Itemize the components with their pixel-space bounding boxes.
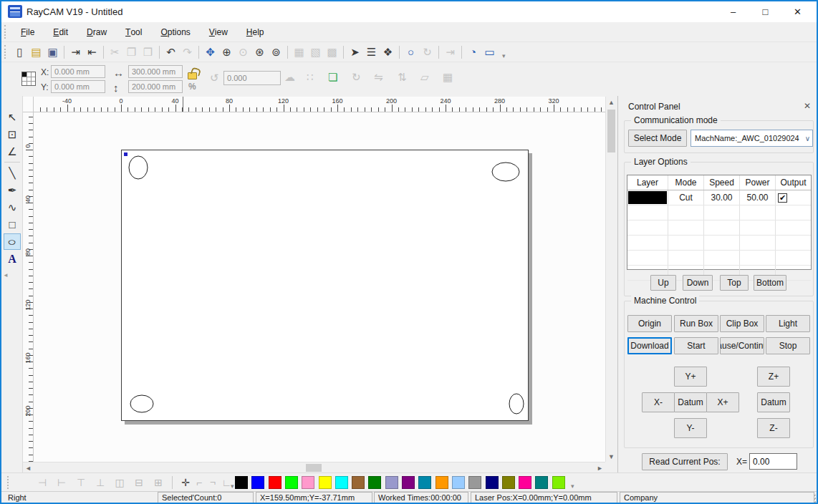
download-button[interactable]: Download [627,337,672,354]
scroll-down-icon[interactable]: ▼ [606,451,617,462]
palette-color-orange[interactable] [436,476,448,489]
palette-color-pink[interactable] [302,476,314,489]
column-header-output[interactable]: Output [776,175,811,190]
jog-x-plus-button[interactable]: X+ [706,392,739,412]
rectangle-tool[interactable]: □ [4,216,21,233]
menu-draw[interactable]: Draw [77,22,116,42]
palette-color-brown[interactable] [352,476,365,489]
top-button[interactable]: Top [720,275,749,291]
rotate-angle-field[interactable]: 0.000 [223,71,281,85]
run-box-button[interactable]: Run Box [674,315,718,332]
palette-color-dark-green[interactable] [368,476,381,489]
save-file-icon[interactable]: ▣ [44,44,61,60]
menu-tool[interactable]: Tool [116,22,151,42]
undo-icon[interactable]: ↶ [163,44,179,60]
layer-mode[interactable]: Cut [668,190,704,205]
palette-color-navy[interactable] [486,476,499,489]
toolbar-grip[interactable] [4,45,7,59]
zoom-all-icon[interactable]: ⊚ [268,44,284,60]
curve-node-icon[interactable]: ○ [403,44,419,60]
light-button[interactable]: Light [766,315,810,332]
layer-table[interactable]: LayerModeSpeedPowerOutputCut30.0050.00✔ [627,175,812,270]
layers-icon[interactable]: ❏ [328,71,337,84]
palette-color-cyan[interactable] [335,476,348,489]
down-button[interactable]: Down [683,275,713,291]
ellipse-top-right[interactable] [492,163,519,181]
palette-overflow-icon[interactable]: ▾ [571,483,574,490]
width-field[interactable]: 300.000 mm [128,65,183,78]
palette-color-deep-pink[interactable] [519,476,531,489]
jog-y-minus-button[interactable]: Y- [674,418,707,438]
export-icon[interactable]: ⇤ [84,44,100,60]
polyline-tool[interactable]: ∿ [4,199,21,215]
palette-color-purple[interactable] [402,476,415,489]
horizontal-scroll-thumb[interactable] [306,464,322,472]
scroll-left-icon[interactable]: ◄ [23,462,34,473]
node-edit-tool[interactable]: ∠ [4,143,21,160]
palette-color-black[interactable] [235,476,248,489]
scroll-right-icon[interactable]: ► [595,462,605,473]
palette-color-yellow-green[interactable] [552,476,565,489]
up-button[interactable]: Up [650,275,676,291]
unlock-aspect-icon[interactable] [188,72,197,79]
select-tool[interactable]: ↖ [4,109,21,125]
column-header-speed[interactable]: Speed [704,175,740,190]
jog-datum-button[interactable]: Datum [757,392,790,412]
param-list-icon[interactable]: ☰ [363,44,380,60]
toolbar-grip[interactable] [7,476,10,489]
palette-color-teal[interactable] [535,476,548,489]
palette-color-blue[interactable] [251,476,264,489]
toolbar-overflow-icon[interactable]: ▾ [502,52,506,62]
node-pick-icon[interactable]: ❖ [380,44,396,60]
machine-select-dropdown[interactable]: MachName:_AWC_01029024 ∨ [691,130,813,147]
palette-color-steel-blue[interactable] [418,476,431,489]
menu-file[interactable]: File [11,22,44,42]
origin-button[interactable]: Origin [627,315,672,332]
zoom-page-icon[interactable]: ⊛ [251,44,268,60]
start-button[interactable]: Start [674,337,718,354]
pan-icon[interactable]: ✥ [202,44,218,60]
y-position-field[interactable]: 0.000 mm [51,80,105,93]
ellipse-bottom-right[interactable] [509,394,524,414]
minimize-button[interactable]: – [717,1,749,22]
height-field[interactable]: 200.000 mm [128,80,183,93]
layer-color-swatch[interactable] [628,191,667,204]
rubber-select-tool[interactable]: ⊡ [4,126,21,142]
layer-speed[interactable]: 30.00 [704,190,740,205]
close-button[interactable]: ✕ [781,1,814,22]
layer-row[interactable]: Cut30.0050.00✔ [627,190,811,205]
panel-close-icon[interactable]: ✕ [804,101,811,111]
scroll-up-icon[interactable]: ▲ [606,97,617,107]
palette-color-red[interactable] [269,476,282,489]
menu-view[interactable]: View [200,22,237,42]
clip-box-button[interactable]: Clip Box [720,315,764,332]
new-file-icon[interactable]: ▯ [11,44,28,60]
column-header-mode[interactable]: Mode [668,175,704,190]
menu-help[interactable]: Help [237,22,274,42]
maximize-button[interactable]: □ [749,1,781,22]
jog-y-plus-button[interactable]: Y+ [674,367,707,387]
menu-edit[interactable]: Edit [44,22,77,42]
x-position-field[interactable]: 0.000 mm [51,65,105,78]
select-mode-button[interactable]: Select Mode [628,130,687,147]
jog-datum-button[interactable]: Datum [674,392,707,412]
palette-color-olive[interactable] [502,476,515,489]
text-tool[interactable]: A [4,251,21,267]
output-checkbox[interactable]: ✔ [778,193,787,203]
pick-tool-icon[interactable]: ➤ [347,44,363,60]
simulate-icon[interactable]: ◔ [465,44,481,60]
palette-color-lavender[interactable] [385,476,398,489]
line-tool[interactable]: ╲ [4,165,21,181]
palette-color-light-blue[interactable] [452,476,465,489]
jog-z-plus-button[interactable]: Z+ [757,367,790,387]
grid-origin-icon[interactable] [21,72,36,86]
horizontal-scrollbar[interactable]: ◄ ► [23,462,605,472]
ellipse-bottom-left[interactable] [130,395,153,412]
column-header-power[interactable]: Power [740,175,776,190]
layer-power[interactable]: 50.00 [740,190,776,205]
palette-color-green[interactable] [285,476,298,489]
drawing-canvas[interactable] [34,112,605,462]
stop-button[interactable]: Stop [766,337,810,354]
read-current-pos-button[interactable]: Read Current Pos: [642,453,728,470]
vertical-scrollbar[interactable]: ▲ ▼ [605,97,616,462]
